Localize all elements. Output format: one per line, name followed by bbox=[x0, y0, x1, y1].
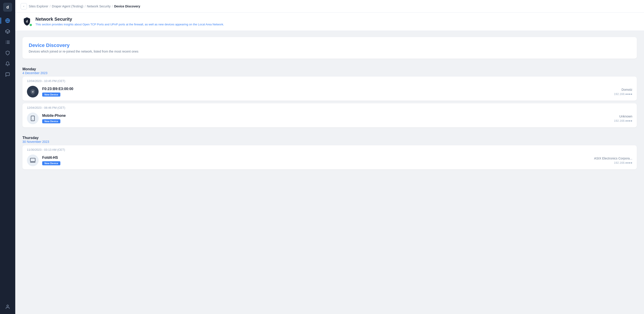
sidebar-item-globe[interactable] bbox=[3, 16, 12, 25]
device-vendor: Domotz bbox=[614, 88, 632, 91]
day-date: 4 December 2023 bbox=[22, 71, 637, 75]
day-group-0: Monday 4 December 2023 12/04/2023 - 10:4… bbox=[22, 65, 637, 127]
day-name: Monday bbox=[22, 67, 637, 71]
topbar: ‹ Sites Explorer / Draper Agent (Testing… bbox=[15, 0, 644, 13]
discovery-title: Device Discovery bbox=[29, 43, 630, 48]
sidebar-item-shield[interactable] bbox=[3, 49, 12, 58]
breadcrumb-current: Device Discovery bbox=[114, 5, 140, 8]
breadcrumb-sep-1: / bbox=[50, 5, 50, 8]
svg-line-5 bbox=[6, 31, 8, 32]
svg-line-4 bbox=[8, 31, 10, 32]
day-label-1: Thursday 30 November 2023 bbox=[22, 134, 637, 145]
day-label-0: Monday 4 December 2023 bbox=[22, 65, 637, 77]
day-name: Thursday bbox=[22, 136, 637, 140]
sidebar: d bbox=[0, 0, 15, 314]
svg-text:d: d bbox=[26, 20, 28, 23]
breadcrumb-sep-2: / bbox=[84, 5, 86, 8]
discovery-subtitle: Devices which joined or re-joined the ne… bbox=[29, 50, 630, 53]
day-date: 30 November 2023 bbox=[22, 140, 637, 144]
svg-rect-17 bbox=[30, 158, 35, 161]
device-meta: Unknown 192.168.●●●● bbox=[614, 115, 632, 122]
device-vendor: Unknown bbox=[614, 115, 632, 118]
device-row: Fold4-HS New Device ASIX Electronics Cor… bbox=[22, 151, 637, 169]
breadcrumb-sites[interactable]: Sites Explorer bbox=[29, 5, 48, 8]
content-area: d Network Security This section provides… bbox=[15, 13, 644, 314]
device-info: Fold4-HS New Device bbox=[42, 156, 590, 165]
sidebar-item-cube[interactable] bbox=[3, 27, 12, 36]
section-body: Device Discovery Devices which joined or… bbox=[15, 31, 644, 182]
breadcrumb: Sites Explorer / Draper Agent (Testing) … bbox=[29, 5, 140, 8]
device-card-0-0: 12/04/2023 - 10:45 PM (CET)d F0:23:B9:E3… bbox=[22, 77, 637, 101]
device-info: F0:23:B9:E3:00:00 New Device bbox=[42, 87, 610, 97]
device-ip: 192.168.●●●● bbox=[614, 92, 632, 96]
breadcrumb-network[interactable]: Network Security bbox=[87, 5, 110, 8]
device-name: Mobile-Phone bbox=[42, 114, 610, 118]
device-info: Mobile-Phone New Device bbox=[42, 114, 610, 123]
main-area: ‹ Sites Explorer / Draper Agent (Testing… bbox=[15, 0, 644, 314]
status-dot bbox=[29, 23, 32, 27]
breadcrumb-sep-3: / bbox=[112, 5, 113, 8]
device-card-1-0: 11/30/2023 - 03:13 AM (CET) Fold4-HS New… bbox=[22, 145, 637, 169]
svg-point-12 bbox=[7, 305, 8, 306]
device-name: Fold4-HS bbox=[42, 156, 590, 160]
header-icon-container: d bbox=[22, 17, 32, 27]
sidebar-item-user[interactable] bbox=[3, 302, 12, 311]
back-button[interactable]: ‹ bbox=[21, 3, 27, 10]
device-vendor: ASIX Electronics Corpora... bbox=[594, 157, 632, 160]
day-groups-container: Monday 4 December 2023 12/04/2023 - 10:4… bbox=[22, 65, 637, 169]
day-group-1: Thursday 30 November 2023 11/30/2023 - 0… bbox=[22, 134, 637, 169]
svg-text:d: d bbox=[32, 90, 34, 93]
device-meta: ASIX Electronics Corpora... 192.168.●●●● bbox=[594, 157, 632, 164]
page-description: This section provides insights about Ope… bbox=[36, 23, 224, 26]
new-device-badge: New Device bbox=[42, 119, 60, 123]
sidebar-item-chat[interactable] bbox=[3, 70, 12, 79]
device-timestamp: 12/04/2023 - 10:45 PM (CET) bbox=[22, 77, 637, 83]
device-avatar: d bbox=[27, 86, 38, 98]
device-row: d F0:23:B9:E3:00:00 New Device Domotz 19… bbox=[22, 83, 637, 101]
device-ip: 192.168.●●●● bbox=[614, 119, 632, 122]
device-row: Mobile-Phone New Device Unknown 192.168.… bbox=[22, 109, 637, 127]
device-meta: Domotz 192.168.●●●● bbox=[614, 88, 632, 96]
sidebar-item-bell[interactable] bbox=[3, 59, 12, 68]
device-card-0-1: 12/04/2023 - 08:46 PM (CET) Mobile-Phone… bbox=[22, 103, 637, 127]
new-device-badge: New Device bbox=[42, 93, 60, 97]
breadcrumb-agent[interactable]: Draper Agent (Testing) bbox=[52, 5, 83, 8]
sidebar-logo[interactable]: d bbox=[3, 3, 12, 12]
device-avatar bbox=[27, 155, 38, 166]
page-header: d Network Security This section provides… bbox=[15, 13, 644, 31]
device-ip: 192.168.●●●● bbox=[594, 161, 632, 164]
header-text: Network Security This section provides i… bbox=[36, 17, 224, 26]
new-device-badge: New Device bbox=[42, 161, 60, 165]
page-title: Network Security bbox=[36, 17, 224, 22]
device-timestamp: 12/04/2023 - 08:46 PM (CET) bbox=[22, 103, 637, 109]
sidebar-item-list[interactable] bbox=[3, 38, 12, 47]
device-timestamp: 11/30/2023 - 03:13 AM (CET) bbox=[22, 145, 637, 151]
device-name: F0:23:B9:E3:00:00 bbox=[42, 87, 610, 91]
device-avatar bbox=[27, 113, 38, 124]
discovery-header-card: Device Discovery Devices which joined or… bbox=[22, 37, 637, 59]
back-icon: ‹ bbox=[23, 5, 24, 8]
